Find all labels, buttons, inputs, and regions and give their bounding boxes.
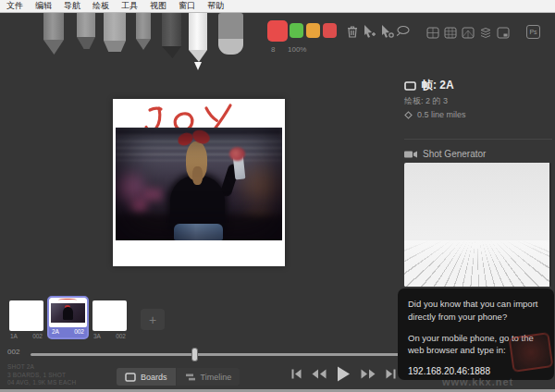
add-board-button[interactable]: + xyxy=(141,309,165,330)
brush-size-value: 8 xyxy=(271,45,275,54)
stats-line-3: 04 AVG, 1.9K MS EACH xyxy=(7,379,76,387)
pen-mileage-value: 0.5 line miles xyxy=(417,110,466,119)
duplicate-cursor-icon[interactable] xyxy=(362,24,376,39)
timeline-label: Timeline xyxy=(201,373,232,382)
previous-board-button[interactable] xyxy=(311,368,327,380)
stats-line-2: 3 BOARDS, 1 SHOT xyxy=(7,372,76,380)
camera-icon xyxy=(404,150,417,159)
menu-bar: 文件 编辑 导航 绘板 工具 视图 窗口 帮助 xyxy=(0,0,555,13)
tool-marker[interactable] xyxy=(104,13,126,52)
tool-eraser[interactable] xyxy=(218,13,243,55)
skip-to-start-button[interactable] xyxy=(290,368,302,380)
menu-help[interactable]: 帮助 xyxy=(207,0,224,12)
thumbnail-duration: 002 xyxy=(74,328,84,335)
thumbnail-image xyxy=(9,300,43,331)
play-button[interactable] xyxy=(336,365,352,383)
shot-generator-header: Shot Generator xyxy=(404,149,486,159)
reference-photo xyxy=(116,128,282,240)
tool-pen[interactable] xyxy=(162,13,181,58)
shot-generator-horizon-fade xyxy=(404,240,549,287)
board-thumbnail-3A[interactable]: 3A 002 xyxy=(92,300,127,339)
thumbnail-duration: 002 xyxy=(116,333,126,339)
lasso-icon[interactable] xyxy=(396,24,411,39)
board-thumbnail-2A-selected[interactable]: 2A 002 xyxy=(47,296,89,339)
playback-controls xyxy=(290,365,397,383)
trash-icon[interactable] xyxy=(345,24,360,39)
drawing-canvas[interactable] xyxy=(113,99,285,266)
palette-color-orange[interactable] xyxy=(306,23,320,38)
tool-note-pen-selected[interactable] xyxy=(189,13,207,70)
tool-brush-pen[interactable] xyxy=(77,13,95,49)
thirds-guide-icon[interactable] xyxy=(444,26,457,38)
thumbnail-id: 2A xyxy=(52,328,59,335)
thumbnail-id: 1A xyxy=(10,333,18,339)
perspective-guide-icon[interactable] xyxy=(462,26,475,38)
menu-window[interactable]: 窗口 xyxy=(179,0,195,12)
timeline-icon xyxy=(185,373,196,382)
move-cursor-icon[interactable] xyxy=(379,24,394,39)
menu-file[interactable]: 文件 xyxy=(6,0,23,12)
diamond-icon xyxy=(404,111,413,119)
onion-skin-icon[interactable] xyxy=(479,26,492,38)
shot-generator-preview[interactable] xyxy=(404,163,551,287)
menu-edit[interactable]: 编辑 xyxy=(35,0,52,12)
captions-icon[interactable] xyxy=(497,26,510,38)
storyboarder-window: 文件 编辑 导航 绘板 工具 视图 窗口 帮助 8 100% xyxy=(0,0,555,392)
board-frame-icon xyxy=(404,81,416,91)
timeline-scrubber-handle[interactable] xyxy=(191,348,198,361)
brush-opacity-value: 100% xyxy=(288,45,306,54)
shot-stats: SHOT 2A 3 BOARDS, 1 SHOT 04 AVG, 1.9K MS… xyxy=(7,363,76,387)
photoshop-edit-button[interactable]: Ps xyxy=(526,25,540,39)
skip-to-end-button[interactable] xyxy=(385,368,397,380)
next-board-button[interactable] xyxy=(360,368,376,380)
board-thumbnail-1A[interactable]: 1A 002 xyxy=(9,300,43,339)
frame-header: 帧: 2A xyxy=(404,78,454,93)
palette-color-red[interactable] xyxy=(323,23,337,38)
tool-pencil[interactable] xyxy=(136,13,151,50)
menu-navigation[interactable]: 导航 xyxy=(64,0,80,12)
shot-generator-title: Shot Generator xyxy=(423,149,486,159)
watermark-stamp xyxy=(509,332,554,373)
thumbnail-id: 3A xyxy=(93,333,101,339)
boards-view-button[interactable]: Boards xyxy=(117,368,176,386)
sidebar-divider xyxy=(404,139,552,140)
view-mode-toggle: Boards Timeline xyxy=(117,368,240,386)
thumbnail-image xyxy=(92,300,127,331)
menu-tools[interactable]: 工具 xyxy=(121,0,138,12)
stats-line-1: SHOT 2A xyxy=(7,363,76,372)
palette-color-green[interactable] xyxy=(290,23,303,38)
current-color-swatch[interactable] xyxy=(267,20,288,42)
watermark-url: www.kkx.net xyxy=(442,376,513,387)
thumbnail-image xyxy=(49,298,87,327)
menu-boards[interactable]: 绘板 xyxy=(92,0,109,12)
thumbnail-duration: 002 xyxy=(32,333,43,339)
grid-icon[interactable] xyxy=(426,26,439,38)
board-counter: 绘板: 2 的 3 xyxy=(404,95,448,107)
boards-icon xyxy=(125,373,136,382)
timeline-position-label: 002 xyxy=(7,348,19,356)
boards-label: Boards xyxy=(141,373,167,382)
tip-paragraph-1: Did you know that you can import directl… xyxy=(408,298,544,324)
menu-view[interactable]: 视图 xyxy=(150,0,166,12)
timeline-view-button[interactable]: Timeline xyxy=(177,368,240,386)
pen-mileage-row: 0.5 line miles xyxy=(404,110,466,119)
tool-light-pencil[interactable] xyxy=(43,13,64,55)
frame-title: 帧: 2A xyxy=(422,78,454,93)
